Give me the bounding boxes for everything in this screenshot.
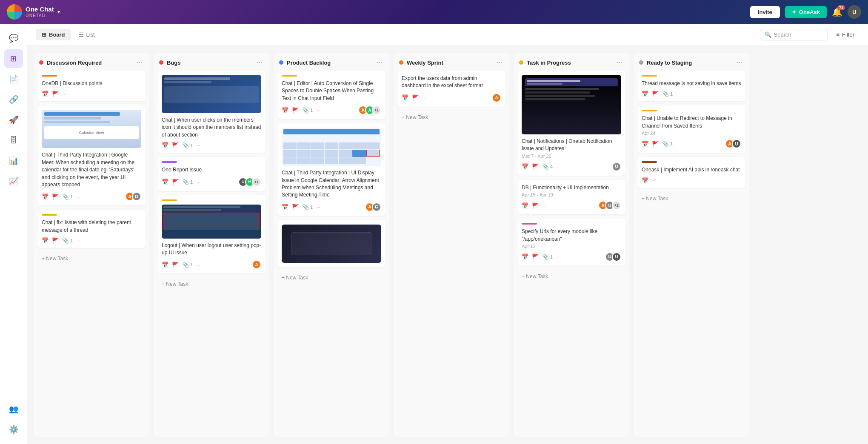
new-task-button[interactable]: + New Task [517, 270, 625, 283]
new-task-button[interactable]: + New Task [277, 271, 385, 284]
flag-button[interactable]: 🚩 [652, 91, 659, 97]
flag-button[interactable]: 🚩 [532, 253, 539, 260]
flag-button[interactable]: 🚩 [292, 107, 299, 114]
column-more-button[interactable]: ··· [135, 58, 144, 67]
sidebar-item-database[interactable]: 🗄 [4, 131, 23, 150]
more-button[interactable]: ··· [196, 142, 201, 148]
attachment-button[interactable]: 📎1 [62, 237, 73, 244]
sidebar-item-team[interactable]: 👥 [4, 400, 23, 418]
more-button[interactable]: ··· [196, 262, 201, 268]
calendar-button[interactable]: 📅 [282, 107, 288, 114]
more-button[interactable]: ··· [76, 194, 81, 200]
calendar-button[interactable]: 📅 [522, 163, 528, 170]
card-members-icon[interactable]: Chat | When user clicks on the members i… [157, 71, 266, 153]
card-onedb-discussion[interactable]: OneDB | Discussion points 📅 🚩 ··· [37, 71, 146, 101]
oneask-button[interactable]: ✦ OneAsk [785, 6, 827, 18]
flag-button[interactable]: 🏳 [652, 177, 657, 184]
flag-button[interactable]: 🚩 [412, 94, 419, 101]
attachment-button[interactable]: 📎1 [182, 142, 193, 148]
more-button[interactable]: ··· [556, 253, 561, 260]
attachment-button[interactable]: 📎1 [62, 194, 73, 200]
logo[interactable]: One Chat ONETAB ▾ [7, 4, 60, 20]
sidebar-item-links[interactable]: 🔗 [4, 90, 23, 109]
attachment-button[interactable]: 📎1 [302, 204, 313, 210]
invite-button[interactable]: Invite [750, 6, 780, 18]
flag-button[interactable]: 🚩 [532, 163, 539, 170]
calendar-button[interactable]: 📅 [642, 91, 648, 97]
sidebar-item-chart[interactable]: 📈 [4, 172, 23, 191]
user-avatar[interactable]: U [848, 5, 861, 19]
card-auto-conversion[interactable]: Chat | Editor | Auto Conversion of Singl… [277, 71, 385, 119]
flag-button[interactable]: 🚩 [52, 91, 59, 97]
flag-button[interactable]: 🚩 [172, 262, 179, 268]
calendar-button[interactable]: 📅 [642, 177, 648, 184]
more-button[interactable]: ··· [556, 163, 561, 170]
calendar-button[interactable]: 📅 [162, 262, 168, 268]
flag-button[interactable]: 🚩 [52, 194, 59, 200]
filter-button[interactable]: ≡ Filter [831, 29, 859, 40]
calendar-button[interactable]: 📅 [402, 94, 408, 101]
flag-button[interactable]: 🚩 [172, 179, 179, 185]
card-thread-message[interactable]: Thread message is not saving in save ite… [637, 71, 745, 101]
sidebar-item-chat[interactable]: 💬 [4, 29, 23, 48]
column-more-button[interactable]: ··· [375, 58, 384, 67]
column-more-button[interactable]: ··· [495, 58, 504, 67]
new-task-button[interactable]: + New Task [37, 252, 146, 265]
notifications-button[interactable]: 🔔 74 [832, 7, 842, 17]
new-task-button[interactable]: + New Task [637, 192, 745, 205]
card-delete-thread[interactable]: Chat | fix: Issue with deleting the pare… [37, 210, 146, 248]
attachment-button[interactable]: 📎1 [182, 262, 193, 268]
attachment-button[interactable]: 📎1 [302, 107, 313, 114]
sidebar-item-analytics[interactable]: 📊 [4, 151, 23, 170]
flag-button[interactable]: 🚩 [172, 142, 179, 148]
card-arrow-alignment[interactable]: Chat | Third Party Integration | UI Disp… [277, 123, 385, 216]
card-specify-urls[interactable]: Specify Urls for every module like "/app… [517, 219, 625, 266]
flag-button[interactable]: 🚩 [292, 204, 299, 210]
column-more-button[interactable]: ··· [735, 58, 744, 67]
attachment-button[interactable]: 📎1 [662, 141, 673, 147]
sidebar-item-rocket[interactable]: 🚀 [4, 111, 23, 129]
more-button[interactable]: ··· [316, 204, 321, 210]
sidebar-item-board[interactable]: ⊞ [4, 49, 23, 68]
more-button[interactable]: ··· [62, 91, 67, 97]
calendar-button[interactable]: 📅 [162, 179, 168, 185]
flag-button[interactable]: 🚩 [52, 237, 59, 244]
sidebar-item-document[interactable]: 📄 [4, 70, 23, 88]
search-box[interactable]: 🔍 Search [760, 29, 828, 40]
calendar-button[interactable]: 📅 [162, 142, 168, 148]
column-more-button[interactable]: ··· [255, 58, 264, 67]
card-export-users[interactable]: Export the users data from admin dashboa… [397, 71, 505, 107]
card-db-functionality[interactable]: DB | Functionality + UI Implementation A… [517, 180, 625, 214]
new-task-button[interactable]: + New Task [157, 278, 266, 290]
column-more-button[interactable]: ··· [615, 58, 624, 67]
card-unable-redirect[interactable]: Chat | Unable to Redirect to Message in … [637, 105, 745, 153]
new-task-button[interactable]: + New Task [397, 111, 505, 124]
list-view-button[interactable]: ☰ List [73, 29, 101, 40]
calendar-button[interactable]: 📅 [522, 202, 528, 209]
card-dark-screenshot[interactable] [277, 220, 385, 267]
calendar-button[interactable]: 📅 [522, 253, 528, 260]
chevron-down-icon[interactable]: ▾ [57, 9, 60, 15]
attachment-button[interactable]: 📎1 [662, 91, 673, 97]
board-view-button[interactable]: ⊞ Board [36, 29, 71, 40]
card-one-report[interactable]: One Report Issue 📅 🚩 📎1 ··· U H +1 [157, 157, 266, 191]
more-button[interactable]: ··· [316, 107, 321, 114]
more-button[interactable]: ··· [76, 237, 81, 244]
sidebar-item-settings[interactable]: ⚙️ [4, 420, 23, 439]
more-button[interactable]: ··· [422, 94, 427, 101]
attachment-button[interactable]: 📎1 [542, 253, 553, 260]
calendar-button[interactable]: 📅 [642, 141, 648, 147]
attachment-button[interactable]: 📎4 [542, 163, 553, 170]
flag-button[interactable]: 🚩 [532, 202, 539, 209]
attachment-button[interactable]: 📎1 [182, 179, 193, 185]
calendar-button[interactable]: 📅 [42, 194, 49, 200]
calendar-button[interactable]: 📅 [42, 91, 49, 97]
card-oneask-ai[interactable]: Oneask | Implement AI apis in /oneask ch… [637, 157, 745, 188]
more-button[interactable]: ··· [196, 179, 201, 185]
more-button[interactable]: ··· [542, 202, 547, 209]
card-notifications[interactable]: Chat | Notifications | Onetab Notificati… [517, 71, 625, 176]
calendar-button[interactable]: 📅 [282, 204, 288, 210]
flag-button[interactable]: 🚩 [652, 141, 659, 147]
card-google-meet[interactable]: Calendar View Chat | Third Party Integra… [37, 105, 146, 205]
calendar-button[interactable]: 📅 [42, 237, 49, 244]
